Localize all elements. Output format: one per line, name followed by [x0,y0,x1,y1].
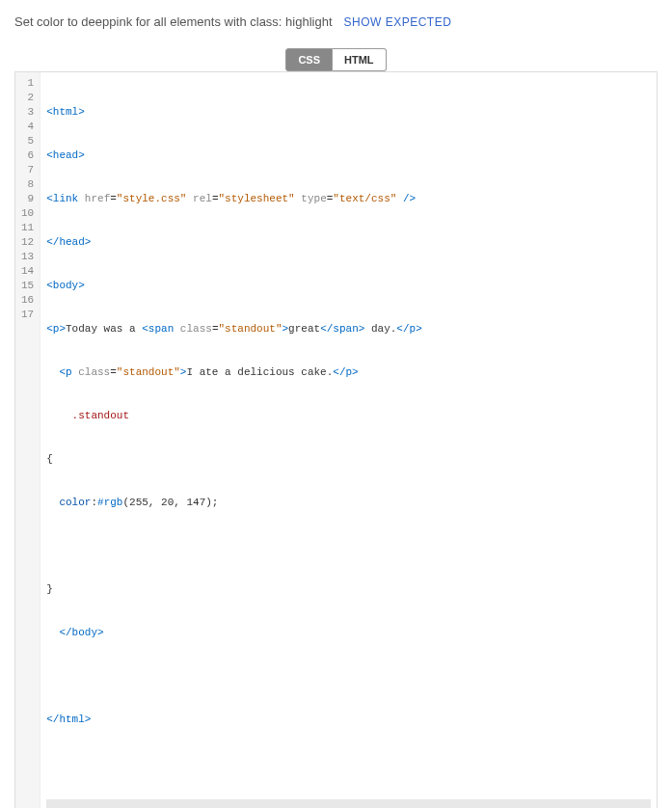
instruction-text: Set color to deeppink for all elements w… [14,14,333,29]
tab-css[interactable]: CSS [285,48,333,71]
code-tabs: CSS HTML [14,48,658,71]
show-expected-link[interactable]: SHOW EXPECTED [344,15,452,29]
code-area[interactable]: <html> <head> <link href="style.css" rel… [40,72,657,808]
tab-html[interactable]: HTML [333,48,387,71]
code-editor[interactable]: 1234567891011121314151617 <html> <head> … [14,71,658,808]
line-gutter: 1234567891011121314151617 [15,72,40,808]
